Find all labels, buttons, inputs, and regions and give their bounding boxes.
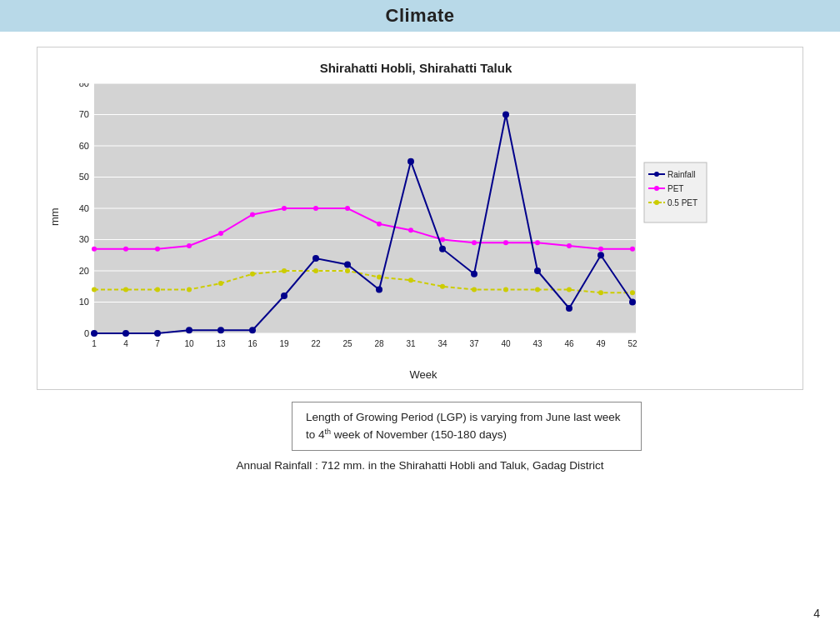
chart-svg: 0 10 20 30 40 50 xyxy=(61,83,711,367)
svg-point-55 xyxy=(92,247,97,252)
svg-point-64 xyxy=(377,222,382,227)
header-bar: Climate xyxy=(0,0,840,32)
info-line2: to 4th week of November (150-180 days) xyxy=(306,428,507,441)
svg-point-38 xyxy=(123,288,128,292)
svg-text:7: 7 xyxy=(155,339,160,348)
svg-point-47 xyxy=(408,278,413,282)
svg-point-81 xyxy=(344,262,351,268)
svg-text:25: 25 xyxy=(342,339,352,348)
svg-text:43: 43 xyxy=(532,339,542,348)
svg-point-51 xyxy=(535,288,540,292)
svg-point-57 xyxy=(155,247,160,252)
svg-point-96 xyxy=(654,186,659,191)
svg-point-70 xyxy=(567,243,572,248)
annual-text: Annual Rainfall : 712 mm. in the Shiraha… xyxy=(25,459,815,472)
page-number: 4 xyxy=(813,607,820,620)
svg-point-86 xyxy=(502,112,509,118)
svg-text:46: 46 xyxy=(564,339,574,348)
svg-text:10: 10 xyxy=(184,339,194,348)
svg-point-58 xyxy=(187,243,192,248)
svg-point-39 xyxy=(155,288,160,292)
svg-text:22: 22 xyxy=(311,339,321,348)
svg-point-40 xyxy=(187,288,192,292)
svg-point-43 xyxy=(282,268,287,273)
svg-text:40: 40 xyxy=(501,339,511,348)
svg-point-44 xyxy=(313,268,318,273)
svg-text:10: 10 xyxy=(79,297,89,307)
svg-text:34: 34 xyxy=(438,339,448,348)
svg-point-74 xyxy=(122,330,129,337)
svg-point-87 xyxy=(534,268,541,274)
svg-point-79 xyxy=(281,292,288,299)
svg-text:80: 80 xyxy=(79,83,89,88)
svg-point-71 xyxy=(598,247,603,252)
x-axis-label: Week xyxy=(61,368,786,381)
svg-point-49 xyxy=(472,288,477,292)
chart-area: mm 0 10 20 xyxy=(46,83,786,381)
svg-text:20: 20 xyxy=(79,266,89,276)
chart-inner: 0 10 20 30 40 50 xyxy=(61,83,786,381)
svg-point-50 xyxy=(503,288,508,292)
svg-text:19: 19 xyxy=(279,339,289,348)
svg-text:1: 1 xyxy=(92,339,97,348)
svg-point-82 xyxy=(376,287,382,293)
svg-text:40: 40 xyxy=(79,203,89,213)
svg-text:30: 30 xyxy=(79,234,89,244)
svg-point-83 xyxy=(408,158,414,165)
svg-point-90 xyxy=(629,299,636,306)
svg-point-78 xyxy=(249,327,256,333)
svg-text:PET: PET xyxy=(668,184,683,193)
svg-point-80 xyxy=(312,255,319,262)
svg-point-68 xyxy=(503,240,508,245)
svg-point-42 xyxy=(250,272,255,277)
svg-point-45 xyxy=(345,268,350,273)
svg-point-84 xyxy=(439,246,446,252)
svg-point-37 xyxy=(92,288,97,292)
svg-text:0: 0 xyxy=(84,328,89,338)
svg-point-93 xyxy=(654,172,659,177)
svg-point-85 xyxy=(471,271,478,278)
svg-point-46 xyxy=(377,275,382,280)
svg-point-56 xyxy=(123,247,128,252)
svg-text:37: 37 xyxy=(469,339,479,348)
svg-text:52: 52 xyxy=(628,339,638,348)
svg-text:13: 13 xyxy=(216,339,226,348)
svg-point-69 xyxy=(535,240,540,245)
svg-point-61 xyxy=(282,206,287,211)
svg-point-73 xyxy=(91,330,98,337)
y-axis-label: mm xyxy=(46,83,61,350)
svg-point-59 xyxy=(218,231,223,236)
svg-point-48 xyxy=(440,284,445,289)
page-title: Climate xyxy=(386,5,455,27)
chart-container: Shirahatti Hobli, Shirahatti Taluk mm 0 … xyxy=(37,47,803,390)
svg-point-54 xyxy=(630,290,635,295)
svg-point-52 xyxy=(567,288,572,292)
svg-text:31: 31 xyxy=(406,339,416,348)
svg-point-76 xyxy=(186,327,192,333)
svg-point-77 xyxy=(218,327,224,333)
svg-text:Rainfall: Rainfall xyxy=(668,170,695,179)
svg-point-62 xyxy=(313,206,318,211)
svg-point-60 xyxy=(250,212,255,218)
info-box: Length of Growing Period (LGP) is varyin… xyxy=(292,402,642,451)
svg-text:0.5 PET: 0.5 PET xyxy=(668,198,698,208)
svg-text:50: 50 xyxy=(79,172,89,182)
svg-point-66 xyxy=(440,238,445,242)
svg-point-53 xyxy=(598,290,603,295)
svg-text:60: 60 xyxy=(79,141,89,151)
svg-point-89 xyxy=(598,252,604,258)
chart-title: Shirahatti Hobli, Shirahatti Taluk xyxy=(46,61,786,75)
svg-point-67 xyxy=(472,240,477,245)
svg-text:49: 49 xyxy=(596,339,606,348)
svg-point-41 xyxy=(218,281,223,286)
svg-point-88 xyxy=(566,305,572,312)
svg-point-75 xyxy=(154,330,161,337)
svg-point-72 xyxy=(630,247,635,252)
svg-point-99 xyxy=(654,200,659,205)
svg-text:16: 16 xyxy=(248,339,258,348)
svg-text:4: 4 xyxy=(123,339,128,348)
main-content: Shirahatti Hobli, Shirahatti Taluk mm 0 … xyxy=(0,32,840,480)
svg-point-63 xyxy=(345,206,350,211)
svg-text:28: 28 xyxy=(374,339,384,348)
svg-text:70: 70 xyxy=(79,109,89,119)
